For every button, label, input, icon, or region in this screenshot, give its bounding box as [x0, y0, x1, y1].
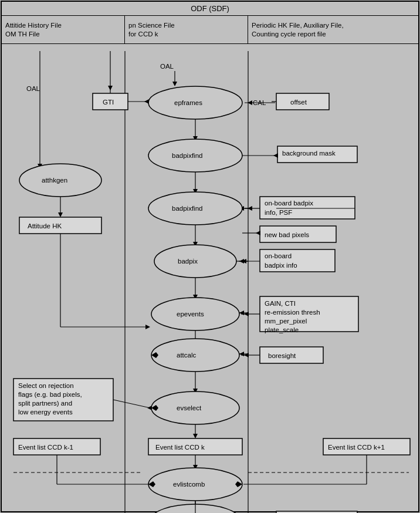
svg-marker-60	[108, 86, 113, 90]
onboard-badpix-psf-label2: info, PSF	[265, 209, 292, 216]
new-bad-pixels-label: new bad pixels	[265, 231, 309, 238]
svg-marker-25	[239, 310, 244, 315]
svg-marker-45	[273, 153, 278, 158]
attitude-hk-label: Attitude HK	[28, 222, 62, 230]
badpix-label: badpix	[178, 258, 198, 265]
gain-cti-label1: GAIN, CTI	[265, 300, 296, 307]
svg-marker-29	[239, 352, 244, 356]
svg-marker-35	[193, 434, 198, 438]
gain-cti-label4: plate_scale	[265, 326, 299, 333]
background-mask-label: background mask	[282, 150, 336, 157]
event-list-k1-label: Event list CCD k-1	[18, 444, 73, 451]
gain-cti-label2: re-emission thresh	[265, 309, 320, 316]
offset-label: offset	[290, 99, 307, 106]
flow-diagram: OAL atthkgen Attitude HK OAL epframes	[2, 51, 420, 513]
badpixfind2-label: badpixfind	[172, 205, 202, 212]
svg-line-61	[113, 400, 150, 408]
badpixfind1-label: badpixfind	[172, 152, 202, 159]
onboard-badpix-label2: badpix info	[265, 262, 297, 269]
epevents-label: epevents	[177, 310, 204, 318]
onboard-badpix-label1: on-board	[265, 252, 292, 259]
event-list-k2-label: Event list CCD k+1	[328, 444, 385, 451]
svg-marker-54	[244, 312, 249, 316]
svg-marker-62	[147, 406, 152, 410]
atthkgen-label: atthkgen	[42, 177, 67, 184]
event-list-k-label: Event list CCD k	[155, 444, 205, 451]
svg-marker-6	[58, 212, 63, 217]
svg-marker-58	[144, 99, 149, 104]
svg-marker-11	[172, 82, 177, 86]
sub-headers: Attitide History File OM TH File pn Scie…	[2, 16, 418, 44]
onboard-badpix-psf-label1: on-board badpix	[265, 200, 313, 207]
evlistcomb-label: evlistcomb	[173, 481, 205, 488]
select-flags-label3: split partners) and	[18, 400, 72, 407]
col3-header: Periodic HK File, Auxiliary File, Counti…	[248, 16, 418, 43]
select-flags-label4: low energy events	[18, 409, 73, 416]
svg-marker-50	[256, 231, 260, 235]
epframes-label: epframes	[174, 99, 202, 106]
attcalc-label: attcalc	[177, 352, 196, 359]
gain-cti-label3: mm_per_pixel	[265, 318, 307, 325]
boresight-label: boresight	[268, 352, 296, 359]
select-flags-label1: Select on rejection	[18, 382, 74, 389]
evselect1-label: evselect	[177, 404, 202, 411]
oal-top-label: OAL	[160, 63, 174, 70]
main-title: ODF (SDF)	[2, 2, 418, 16]
svg-marker-9	[145, 325, 150, 329]
select-flags-label2: flags (e.g. bad pixels,	[18, 391, 82, 398]
col2-header: pn Science File for CCD k	[125, 16, 248, 43]
gti-label: GTI	[103, 99, 114, 106]
svg-marker-56	[244, 353, 249, 357]
oal-left-label: OAL	[26, 85, 40, 92]
diagram-container: ODF (SDF) Attitide History File OM TH Fi…	[1, 1, 419, 512]
col1-header: Attitide History File OM TH File	[2, 16, 125, 43]
